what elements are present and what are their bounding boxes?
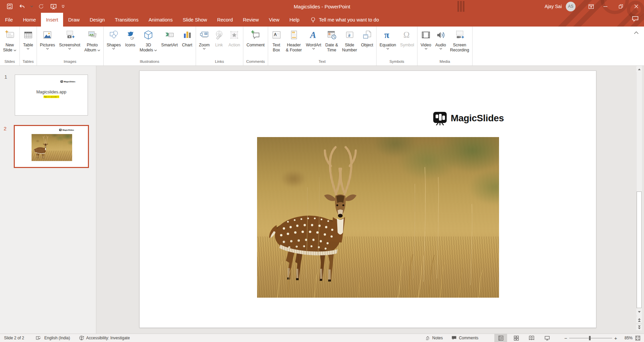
tab-record[interactable]: Record <box>212 13 238 27</box>
avatar[interactable]: AS <box>566 2 576 11</box>
slide-indicator[interactable]: Slide 2 of 2 <box>4 336 24 340</box>
icons-button[interactable]: Icons <box>123 27 138 59</box>
start-slideshow-button[interactable] <box>48 1 58 11</box>
minimize-button[interactable] <box>598 0 613 13</box>
zoom-slider-knob[interactable] <box>589 336 591 340</box>
header-footer-button[interactable]: Header & Footer <box>284 27 304 59</box>
photo-foreground-grass <box>257 237 499 298</box>
scroll-up-button[interactable] <box>636 67 642 72</box>
tell-me-label: Tell me what you want to do <box>319 17 379 23</box>
slide-sorter-view-button[interactable] <box>510 334 523 342</box>
tab-transitions[interactable]: Transitions <box>110 13 143 27</box>
date-time-icon <box>326 27 337 43</box>
restore-button[interactable] <box>613 0 629 13</box>
text-box-button[interactable]: A Text Box <box>269 27 284 59</box>
pictures-button[interactable]: Pictures <box>38 27 57 59</box>
notes-button[interactable]: Notes <box>425 336 443 341</box>
comments-button[interactable]: Comments <box>451 336 478 340</box>
svg-text:Ω: Ω <box>403 30 410 39</box>
tell-me-search[interactable]: Tell me what you want to do <box>310 13 379 27</box>
chevron-down-icon <box>68 48 71 50</box>
tab-home[interactable]: Home <box>18 13 41 27</box>
button-label: Time <box>327 48 336 53</box>
equation-button[interactable]: π Equation <box>378 27 398 59</box>
screen-recording-button[interactable]: Screen Recording <box>448 27 471 59</box>
3d-models-button[interactable]: 3D Models <box>138 27 159 59</box>
new-slide-button[interactable]: New Slide <box>1 27 18 59</box>
zoom-level[interactable]: 85% <box>621 336 633 340</box>
tab-draw[interactable]: Draw <box>63 13 85 27</box>
scroll-down-button[interactable] <box>636 309 642 315</box>
audio-button[interactable]: Audio <box>433 27 448 59</box>
tab-insert[interactable]: Insert <box>41 13 63 27</box>
slideshow-view-icon <box>544 335 550 341</box>
photo-album-button[interactable]: Photo Album <box>82 27 102 59</box>
fit-slide-to-window-button[interactable] <box>633 334 643 342</box>
tab-animations[interactable]: Animations <box>144 13 178 27</box>
redo-button[interactable] <box>36 1 46 11</box>
previous-slide-button[interactable] <box>636 317 642 323</box>
date-time-button[interactable]: Date & Time <box>323 27 340 59</box>
chevron-down-icon <box>112 48 115 50</box>
zoom-in-button[interactable]: + <box>612 335 619 341</box>
accessibility-checker[interactable]: Accessibility: Investigate <box>79 335 130 341</box>
tab-slide-show[interactable]: Slide Show <box>178 13 212 27</box>
undo-button[interactable] <box>17 1 27 11</box>
comment-button[interactable]: Comment <box>244 27 266 59</box>
tab-review[interactable]: Review <box>238 13 264 27</box>
magicslides-logo[interactable]: MagicSlides <box>433 111 504 125</box>
button-label: Photo <box>87 43 98 48</box>
share-comment-button[interactable] <box>632 16 639 23</box>
save-button[interactable] <box>5 1 15 11</box>
scrollbar-thumb[interactable] <box>637 191 642 308</box>
slide-2-thumbnail[interactable]: MagicSlides <box>14 125 89 168</box>
next-slide-button[interactable] <box>636 325 642 330</box>
reading-view-button[interactable] <box>525 334 538 342</box>
ribbon-group-images: Pictures Screenshot <box>37 27 104 66</box>
link-button[interactable]: Link <box>212 27 227 59</box>
smartart-button[interactable]: SmartArt <box>159 27 180 59</box>
chart-button[interactable]: Chart <box>180 27 195 59</box>
account-user-name[interactable]: Ajay Sai <box>545 4 562 9</box>
tab-design[interactable]: Design <box>85 13 110 27</box>
slide-2-editor[interactable]: MagicSlides <box>139 71 596 328</box>
tab-file[interactable]: File <box>0 13 18 27</box>
slide-number-button[interactable]: # Slide Number <box>340 27 359 59</box>
spellcheck-button[interactable] <box>36 336 41 341</box>
slideshow-view-button[interactable] <box>541 334 553 342</box>
new-slide-icon <box>4 27 15 43</box>
zoom-slider[interactable] <box>569 338 612 338</box>
button-label: Recording <box>450 48 469 53</box>
customize-quick-access-button[interactable] <box>60 1 66 11</box>
language-selector[interactable]: English (India) <box>44 336 70 340</box>
symbol-button[interactable]: Ω Symbol <box>398 27 416 59</box>
ribbon-display-options-button[interactable] <box>584 0 598 13</box>
thumb1-title: Magicslides.app <box>15 90 88 94</box>
button-label: Zoom <box>199 43 210 48</box>
wordart-button[interactable]: A WordArt <box>304 27 324 59</box>
button-label: Date & <box>325 43 338 48</box>
table-button[interactable]: Table <box>21 27 36 59</box>
zoom-button[interactable]: Zoom <box>197 27 212 59</box>
slide-2-number: 2 <box>4 126 6 131</box>
normal-view-button[interactable] <box>494 334 507 342</box>
icons-icon <box>125 27 136 43</box>
zoom-out-button[interactable]: − <box>562 335 569 341</box>
accessibility-label: Accessibility: Investigate <box>86 336 130 340</box>
undo-dropdown-button[interactable] <box>29 1 34 11</box>
close-button[interactable] <box>629 0 644 13</box>
svg-text:A: A <box>274 32 277 37</box>
tab-view[interactable]: View <box>264 13 284 27</box>
smartart-icon <box>164 27 175 43</box>
video-button[interactable]: Video <box>418 27 433 59</box>
slide-1-thumbnail[interactable]: MagicSlides Magicslides.app Ppts in seco… <box>15 75 88 116</box>
slide-thumbnail-panel[interactable]: 1 MagicSlides Magicslides.app Ppts in se… <box>0 66 96 334</box>
object-button[interactable]: Object <box>359 27 375 59</box>
text-box-icon: A <box>271 27 282 43</box>
action-button[interactable]: Action <box>227 27 242 59</box>
tab-help[interactable]: Help <box>284 13 304 27</box>
deer-photo[interactable] <box>257 137 499 298</box>
collapse-ribbon-button[interactable] <box>634 30 639 36</box>
shapes-button[interactable]: Shapes <box>105 27 123 59</box>
screenshot-button[interactable]: Screenshot <box>57 27 82 59</box>
